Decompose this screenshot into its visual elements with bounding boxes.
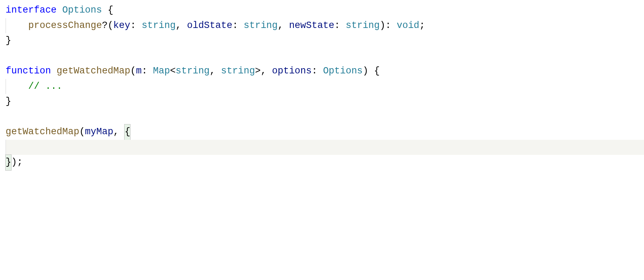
code-line[interactable]: });: [6, 155, 644, 170]
token-param: myMap: [85, 127, 113, 137]
token-param: m: [136, 66, 142, 76]
token-kw: interface: [6, 5, 57, 15]
code-editor[interactable]: interface Options { processChange?(key: …: [0, 0, 644, 170]
token-punct: :: [232, 20, 243, 31]
token-kw: function: [6, 66, 51, 76]
token: [57, 5, 62, 15]
token-fn: processChange: [28, 20, 102, 31]
token-fn: getWatchedMap: [57, 66, 130, 76]
token-punct: }: [6, 96, 11, 107]
token-punct: }: [5, 155, 12, 171]
token-type: string: [221, 66, 255, 76]
code-line[interactable]: processChange?(key: string, oldState: st…: [6, 18, 644, 34]
token-punct: ,: [176, 20, 187, 31]
token-punct: :: [312, 66, 323, 76]
token-param: newState: [289, 20, 334, 31]
code-line[interactable]: // ...: [6, 79, 644, 94]
code-line[interactable]: }: [6, 94, 644, 109]
code-line[interactable]: interface Options {: [6, 3, 644, 18]
token-punct: :: [334, 20, 346, 31]
token: [51, 66, 57, 76]
token-param: oldState: [187, 20, 233, 31]
token-type: void: [397, 20, 419, 31]
token-type: Options: [62, 5, 102, 15]
token: [102, 5, 107, 15]
token-punct: ) {: [363, 66, 380, 76]
code-line[interactable]: function getWatchedMap(m: Map<string, st…: [6, 64, 644, 79]
token-punct: <: [170, 66, 176, 76]
token-punct: ):: [380, 20, 397, 31]
token-fn: getWatchedMap: [6, 127, 79, 137]
code-line[interactable]: getWatchedMap(myMap, {: [6, 124, 644, 140]
token-punct: {: [124, 124, 130, 140]
token-punct: ;: [419, 20, 425, 31]
indent-guide: [6, 18, 28, 34]
indent-guide: [6, 79, 28, 94]
token-param: options: [272, 66, 312, 76]
token-type: string: [142, 20, 176, 31]
token-punct: {: [108, 5, 113, 15]
token-type: string: [244, 20, 278, 31]
token-punct: ?(: [102, 20, 113, 31]
code-line[interactable]: [6, 49, 644, 64]
token-type: string: [176, 66, 210, 76]
code-line[interactable]: [6, 109, 644, 125]
token-punct: ,: [210, 66, 221, 76]
token-type: string: [346, 20, 380, 31]
token-type: Map: [153, 66, 170, 76]
token-punct: >,: [255, 66, 272, 76]
token-punct: (: [79, 127, 85, 137]
token-type: Options: [323, 66, 362, 76]
token-punct: ,: [113, 127, 125, 137]
code-line[interactable]: }: [6, 33, 644, 49]
token-param: key: [113, 20, 130, 31]
indent-guide: [6, 140, 28, 155]
token-punct: :: [130, 20, 141, 31]
token-comment: // ...: [28, 81, 62, 92]
code-line[interactable]: [6, 140, 644, 155]
token-punct: );: [11, 157, 22, 167]
token-punct: }: [6, 35, 11, 46]
token-punct: ,: [278, 20, 289, 31]
token-punct: :: [142, 66, 153, 76]
token-punct: (: [130, 66, 136, 76]
